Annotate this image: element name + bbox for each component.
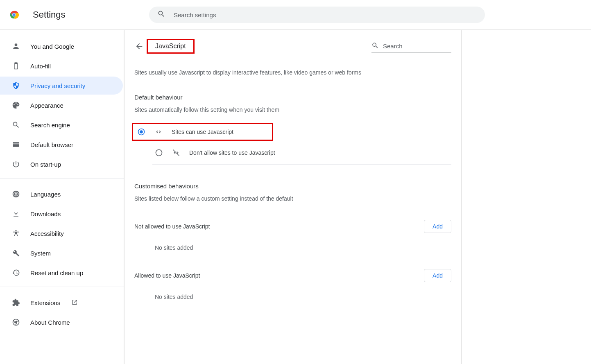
content-search[interactable] [371,40,451,52]
radio-option-block-js[interactable]: Don't allow sites to use Javascript [152,141,451,165]
restore-icon [11,268,20,277]
search-icon [371,42,379,51]
sidebar-item-auto-fill[interactable]: Auto-fill [0,57,123,75]
code-icon [154,128,163,136]
window-icon [11,140,20,149]
sidebar-label: On start-up [30,161,61,168]
sidebar-item-search-engine[interactable]: Search engine [0,116,123,134]
radio-selected-icon [137,128,145,136]
radio-block-label: Don't allow sites to use Javascript [189,149,275,156]
topbar: Settings [0,0,591,30]
sidebar: You and Google Auto-fill Privacy and sec… [0,30,125,364]
power-icon [11,160,20,169]
globe-icon [11,190,20,199]
not-allowed-section: Not allowed to use JavaScript Add [125,202,461,233]
shield-icon [11,81,20,90]
description-text: Sites usually use Javascript to display … [125,54,461,76]
puzzle-icon [11,298,20,307]
default-behaviour-title: Default behaviour [125,76,461,101]
page-title: JavaScript [155,43,186,50]
allowed-empty: No sites added [125,282,461,300]
download-icon [11,209,20,218]
sidebar-label: Privacy and security [30,82,85,89]
not-allowed-label: Not allowed to use JavaScript [134,223,210,230]
sidebar-item-system[interactable]: System [0,244,123,262]
app-title: Settings [33,9,139,20]
sidebar-label: Search engine [30,122,70,129]
sidebar-label: You and Google [30,43,74,50]
chrome-logo-icon [8,9,20,20]
search-icon [11,120,20,129]
sidebar-item-default-browser[interactable]: Default browser [0,136,123,154]
sidebar-item-downloads[interactable]: Downloads [0,205,123,223]
allowed-section: Allowed to use JavaScript Add [125,251,461,282]
accessibility-icon [11,229,20,238]
default-behaviour-sub: Sites automatically follow this setting … [125,101,461,113]
sidebar-label: About Chrome [30,319,70,326]
sidebar-item-you-and-google[interactable]: You and Google [0,37,123,55]
external-link-icon [71,299,78,307]
search-icon [157,10,165,20]
sidebar-item-on-startup[interactable]: On start-up [0,155,123,173]
sidebar-item-reset-cleanup[interactable]: Reset and clean up [0,264,123,282]
wrench-icon [11,249,20,258]
sidebar-label: Default browser [30,141,73,148]
sidebar-item-privacy-security[interactable]: Privacy and security [0,77,123,95]
content-search-input[interactable] [383,43,451,50]
back-button[interactable] [134,41,144,51]
sidebar-label: Appearance [30,102,63,109]
global-search[interactable] [149,7,485,23]
sidebar-label: Reset and clean up [30,269,83,276]
radio-option-allow-js[interactable]: Sites can use Javascript [132,123,273,141]
sidebar-label: Languages [30,191,61,198]
sidebar-item-appearance[interactable]: Appearance [0,96,123,114]
sidebar-item-languages[interactable]: Languages [0,185,123,203]
page-title-highlight: JavaScript [147,39,195,54]
custom-behaviours-sub: Sites listed below follow a custom setti… [125,190,461,202]
sidebar-label: System [30,250,51,257]
clipboard-icon [11,61,20,70]
sidebar-item-accessibility[interactable]: Accessibility [0,224,123,242]
allowed-label: Allowed to use JavaScript [134,272,200,279]
person-icon [11,42,20,51]
svg-point-2 [13,14,15,16]
sidebar-label: Auto-fill [30,63,51,70]
sidebar-item-about-chrome[interactable]: About Chrome [0,313,123,331]
radio-allow-label: Sites can use Javascript [172,129,233,135]
svg-point-6 [140,130,143,133]
not-allowed-empty: No sites added [125,233,461,251]
code-off-icon [172,149,180,157]
custom-behaviours-title: Customised behaviours [125,165,461,190]
add-not-allowed-button[interactable]: Add [424,220,451,233]
sidebar-label: Accessibility [30,230,64,237]
sidebar-label: Downloads [30,210,61,217]
chrome-icon [11,318,20,327]
radio-unselected-icon [155,149,163,157]
palette-icon [11,101,20,110]
global-search-input[interactable] [174,11,477,18]
svg-point-7 [156,149,162,156]
sidebar-label: Extensions [30,299,60,306]
add-allowed-button[interactable]: Add [424,269,451,282]
sidebar-item-extensions[interactable]: Extensions [0,294,123,312]
main-panel: JavaScript Sites usually use Javascript … [125,30,461,364]
